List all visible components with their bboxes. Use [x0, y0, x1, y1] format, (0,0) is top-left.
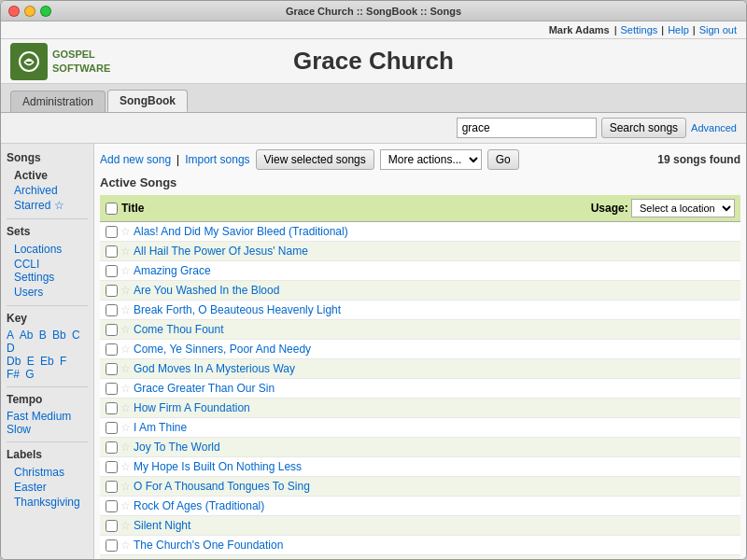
star-icon[interactable]: ☆ — [120, 362, 131, 375]
star-icon[interactable]: ☆ — [120, 519, 131, 532]
song-link[interactable]: How Firm A Foundation — [134, 401, 250, 414]
star-icon[interactable]: ☆ — [120, 480, 131, 493]
star-icon[interactable]: ☆ — [120, 245, 131, 258]
sidebar-item-locations[interactable]: Locations — [7, 242, 88, 257]
song-link[interactable]: I Am Thine — [134, 421, 187, 434]
star-icon[interactable]: ☆ — [120, 343, 131, 356]
key-B[interactable]: B — [39, 329, 47, 342]
song-link[interactable]: Amazing Grace — [134, 264, 211, 277]
key-Ab[interactable]: Ab — [20, 329, 34, 342]
sidebar-item-starred[interactable]: Starred ☆ — [7, 198, 88, 213]
song-title-cell: ☆ The Church's One Foundation — [100, 536, 497, 555]
song-checkbox[interactable] — [106, 383, 118, 395]
location-select[interactable]: Select a location — [631, 199, 735, 217]
song-checkbox[interactable] — [106, 226, 118, 238]
sidebar-item-users[interactable]: Users — [7, 285, 88, 300]
tab-songbook[interactable]: SongBook — [107, 90, 188, 112]
song-link[interactable]: All Hail The Power Of Jesus' Name — [134, 245, 308, 258]
song-checkbox[interactable] — [106, 285, 118, 297]
help-link[interactable]: Help — [668, 24, 689, 35]
tab-administration[interactable]: Administration — [10, 91, 106, 112]
star-icon[interactable]: ☆ — [120, 303, 131, 316]
star-icon[interactable]: ☆ — [120, 401, 131, 414]
sidebar-item-archived[interactable]: Archived — [7, 183, 88, 198]
sidebar-item-active[interactable]: Active — [7, 168, 88, 183]
song-link[interactable]: The Church's One Foundation — [134, 539, 283, 552]
key-E[interactable]: E — [27, 355, 35, 368]
song-checkbox[interactable] — [106, 265, 118, 277]
import-songs-link[interactable]: Import songs — [185, 153, 249, 166]
sidebar-item-ccli[interactable]: CCLI Settings — [7, 257, 88, 285]
key-Eb[interactable]: Eb — [40, 355, 54, 368]
star-icon[interactable]: ☆ — [120, 225, 131, 238]
song-checkbox[interactable] — [106, 245, 118, 258]
tempo-medium[interactable]: Medium — [32, 410, 72, 423]
star-icon[interactable]: ☆ — [120, 499, 131, 512]
key-Fsharp[interactable]: F# — [7, 368, 20, 381]
song-checkbox[interactable] — [106, 559, 118, 560]
more-actions-select[interactable]: More actions... — [380, 149, 482, 170]
song-checkbox[interactable] — [106, 324, 118, 336]
song-link[interactable]: Tis So Sweet to Trust in Jesus — [134, 558, 284, 559]
star-icon[interactable]: ☆ — [120, 284, 131, 297]
search-input[interactable] — [457, 118, 597, 138]
song-checkbox[interactable] — [106, 500, 118, 512]
song-checkbox[interactable] — [106, 520, 118, 532]
song-link[interactable]: Are You Washed In the Blood — [134, 284, 279, 297]
search-button[interactable]: Search songs — [601, 118, 686, 138]
star-icon[interactable]: ☆ — [120, 421, 131, 434]
go-button[interactable]: Go — [487, 149, 519, 170]
signout-link[interactable]: Sign out — [699, 24, 737, 35]
song-link[interactable]: Come, Ye Sinners, Poor And Needy — [134, 343, 311, 356]
key-F[interactable]: F — [60, 355, 66, 368]
key-A[interactable]: A — [7, 329, 14, 342]
star-icon[interactable]: ☆ — [120, 264, 131, 277]
song-link[interactable]: My Hope Is Built On Nothing Less — [134, 460, 302, 473]
song-checkbox[interactable] — [106, 343, 118, 356]
label-christmas[interactable]: Christmas — [7, 465, 88, 480]
song-checkbox[interactable] — [106, 422, 118, 434]
song-title-cell: ☆ All Hail The Power Of Jesus' Name — [100, 242, 497, 261]
song-checkbox[interactable] — [106, 304, 118, 316]
tempo-fast[interactable]: Fast — [7, 410, 28, 423]
star-icon[interactable]: ☆ — [120, 460, 131, 473]
song-checkbox[interactable] — [106, 441, 118, 454]
song-link[interactable]: O For A Thousand Tongues To Sing — [134, 480, 310, 493]
tempo-slow[interactable]: Slow — [7, 423, 31, 436]
label-easter[interactable]: Easter — [7, 480, 88, 495]
minimize-button[interactable] — [24, 6, 35, 17]
key-G[interactable]: G — [25, 368, 34, 381]
key-Bb[interactable]: Bb — [52, 329, 66, 342]
key-Db[interactable]: Db — [7, 355, 21, 368]
song-link[interactable]: Rock Of Ages (Traditional) — [134, 499, 264, 512]
select-all-checkbox[interactable] — [106, 203, 118, 215]
song-link[interactable]: Come Thou Fount — [134, 323, 224, 336]
song-checkbox[interactable] — [106, 363, 118, 375]
song-link[interactable]: Grace Greater Than Our Sin — [134, 382, 275, 395]
star-icon[interactable]: ☆ — [120, 539, 131, 552]
song-title-cell: ☆ Tis So Sweet to Trust in Jesus — [100, 555, 497, 560]
song-link[interactable]: God Moves In A Mysterious Way — [134, 362, 295, 375]
song-link[interactable]: Break Forth, O Beauteous Heavenly Light — [134, 303, 341, 316]
label-thanksgiving[interactable]: Thanksgiving — [7, 495, 88, 510]
add-new-song-link[interactable]: Add new song — [100, 153, 171, 166]
song-link[interactable]: Joy To The World — [134, 441, 220, 454]
view-selected-button[interactable]: View selected songs — [256, 149, 374, 170]
song-link[interactable]: Alas! And Did My Savior Bleed (Tradition… — [134, 225, 348, 238]
star-icon[interactable]: ☆ — [120, 323, 131, 336]
star-icon[interactable]: ☆ — [120, 441, 131, 454]
key-C[interactable]: C — [72, 329, 80, 342]
table-row: ☆ Joy To The World — [100, 438, 740, 457]
close-button[interactable] — [8, 6, 20, 17]
song-checkbox[interactable] — [106, 481, 118, 493]
song-checkbox[interactable] — [106, 402, 118, 414]
settings-link[interactable]: Settings — [621, 24, 658, 35]
song-checkbox[interactable] — [106, 461, 118, 473]
song-checkbox[interactable] — [106, 539, 118, 552]
advanced-search-link[interactable]: Advanced — [691, 122, 737, 133]
star-icon[interactable]: ☆ — [120, 382, 131, 395]
star-icon[interactable]: ☆ — [120, 558, 131, 559]
song-link[interactable]: Silent Night — [134, 519, 190, 532]
key-D[interactable]: D — [7, 342, 15, 355]
maximize-button[interactable] — [40, 6, 51, 17]
